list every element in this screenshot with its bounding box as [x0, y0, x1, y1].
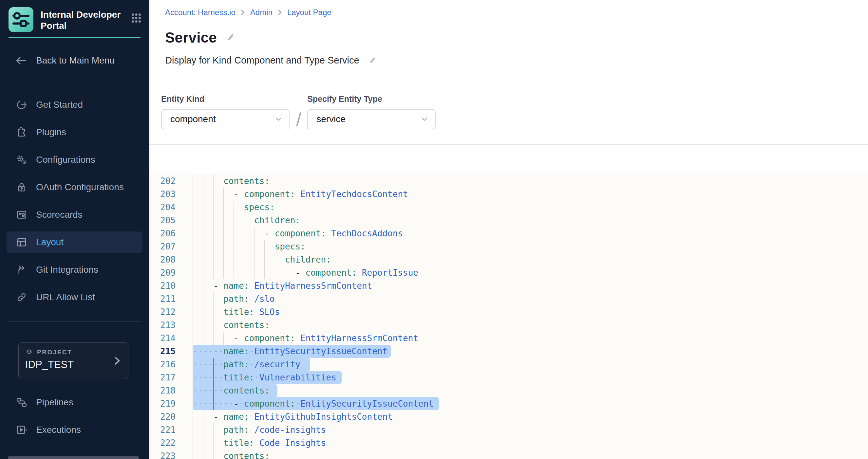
sidebar-item-executions[interactable]: Executions	[6, 419, 143, 441]
indent-guide	[203, 292, 213, 305]
line-number: 204	[160, 201, 176, 214]
code-line[interactable]: 203 - component: EntityTechdocsContent	[149, 188, 868, 201]
code-line[interactable]: 204 specs:	[149, 201, 868, 214]
indent-guide: ··	[223, 397, 234, 410]
code-line[interactable]: 219 ········-·component:·EntitySecurityI…	[149, 397, 868, 410]
indent-guide	[203, 188, 213, 201]
indent-guide	[203, 214, 213, 227]
indent-guide	[213, 214, 223, 227]
breadcrumb-link[interactable]: Layout Page	[287, 8, 332, 17]
code-line[interactable]: 216 ······path:·/security	[149, 358, 868, 371]
indent-guide: ··	[203, 397, 213, 410]
whitespace-dot: ·	[218, 347, 224, 356]
indent-guide	[213, 292, 223, 305]
sidebar-item-oauth-configurations[interactable]: OAuth Configurations	[6, 176, 143, 198]
code-line[interactable]: 222 title: Code Insights	[149, 436, 868, 450]
sidebar-item-pipelines[interactable]: Pipelines	[6, 392, 143, 413]
line-content: contents:	[182, 450, 270, 459]
sidebar-item-scorecards[interactable]: Scorecards	[6, 204, 143, 226]
sidebar-item-git-integrations[interactable]: Git Integrations	[6, 259, 143, 281]
code-line[interactable]: 220 - name: EntityGithubInsightsContent	[149, 410, 868, 423]
sidebar-item-label: Executions	[36, 425, 81, 435]
breadcrumb: Account: Harness.ioAdminLayout Page	[165, 8, 868, 17]
breadcrumb-link[interactable]: Admin	[250, 8, 273, 17]
indent-guide	[193, 292, 203, 305]
indent-guide	[182, 423, 193, 436]
entity-type-select[interactable]: service	[307, 109, 436, 129]
edit-title-pencil-icon[interactable]	[225, 32, 236, 43]
entity-kind-select[interactable]: component	[161, 109, 289, 129]
indent-guide	[223, 332, 234, 345]
indent-guide	[193, 253, 203, 266]
indent-guide	[213, 266, 223, 279]
indent-guide	[193, 266, 203, 279]
code-line[interactable]: 213 contents:	[149, 319, 868, 332]
code-line[interactable]: 218 ······contents:	[149, 384, 868, 397]
line-number: 216	[160, 358, 176, 371]
breadcrumb-link[interactable]: Account: Harness.io	[165, 8, 236, 17]
app-title: Internal Developer Portal	[41, 9, 131, 31]
indent-guide	[213, 450, 223, 459]
indent-guide: ··	[213, 371, 223, 384]
sidebar-item-configurations[interactable]: Configurations	[6, 149, 143, 171]
sidebar-item-label: Plugins	[36, 127, 66, 137]
code-line[interactable]: 208 children:	[149, 253, 868, 266]
indent-guide	[182, 188, 193, 201]
indent-guide: ··	[203, 384, 213, 397]
code-line[interactable]: 214 - component: EntityHarnessSrmContent	[149, 332, 868, 345]
line-number: 217	[160, 371, 176, 384]
line-content: title: Code Insights	[182, 436, 326, 450]
code-line[interactable]: 207 specs:	[149, 240, 868, 253]
project-card[interactable]: PROJECT IDP_TEST	[18, 342, 128, 379]
code-line[interactable]: 206 - component: TechDocsAddons	[149, 227, 868, 240]
line-number: 218	[160, 384, 176, 397]
indent-guide	[182, 358, 193, 371]
indent-guide: ··	[193, 358, 203, 371]
indent-guide	[264, 240, 275, 253]
indent-guide	[203, 240, 213, 253]
whitespace-dot: ·	[254, 372, 259, 383]
indent-guide	[234, 240, 244, 253]
back-label: Back to Main Menu	[36, 55, 115, 66]
indent-guide	[193, 319, 203, 332]
code-line[interactable]: 223 contents:	[149, 450, 868, 459]
back-to-main-menu-button[interactable]: Back to Main Menu	[14, 55, 141, 66]
code-line[interactable]: 211 path: /slo	[149, 292, 868, 305]
grid-dots-icon[interactable]	[131, 12, 142, 25]
line-number: 221	[160, 423, 176, 436]
indent-guide	[203, 410, 213, 423]
entity-controls-section: Entity Kind component / Specify Entity T…	[149, 83, 868, 145]
indent-guide	[182, 345, 193, 358]
code-line[interactable]: 221 path: /code-insights	[149, 423, 868, 436]
sidebar-item-label: URL Allow List	[36, 292, 95, 302]
layers-icon	[25, 348, 33, 356]
sidebar-bottom-scrollbar[interactable]	[8, 456, 139, 459]
indent-guide	[213, 227, 223, 240]
layout-icon	[16, 236, 28, 248]
sidebar-item-layout[interactable]: Layout	[6, 231, 143, 253]
sidebar-item-get-started[interactable]: Get Started	[6, 94, 143, 116]
indent-guide	[203, 332, 213, 345]
sidebar-item-plugins[interactable]: Plugins	[6, 122, 143, 143]
indent-guide	[213, 423, 223, 436]
selection-highlight: ····-·name:·EntitySecurityIssueContent	[193, 345, 391, 358]
code-line[interactable]: 202 contents:	[149, 174, 868, 188]
indent-guide	[193, 279, 203, 292]
sidebar-item-url-allow-list[interactable]: URL Allow List	[6, 287, 143, 308]
indent-guide	[193, 410, 203, 423]
indent-guide	[244, 227, 254, 240]
line-content: - name: EntityGithubInsightsContent	[182, 410, 393, 423]
code-line[interactable]: 210 - name: EntityHarnessSrmContent	[149, 279, 868, 292]
code-line[interactable]: 217 ······title:·Vulnerabilities	[149, 371, 868, 384]
indent-guide	[182, 319, 193, 332]
line-number: 214	[160, 332, 176, 345]
code-line[interactable]: 212 title: SLOs	[149, 305, 868, 319]
indent-guide: ··	[213, 358, 223, 371]
whitespace-dot: ·	[249, 347, 254, 356]
yaml-editor[interactable]: 202 contents:203 - component: EntityTech…	[149, 173, 868, 459]
code-line[interactable]: 205 children:	[149, 214, 868, 227]
indent-guide	[182, 410, 193, 423]
edit-subtitle-pencil-icon[interactable]	[368, 56, 377, 65]
code-line[interactable]: 209 - component: ReportIssue	[149, 266, 868, 279]
code-line[interactable]: 215 ····-·name:·EntitySecurityIssueConte…	[149, 345, 868, 358]
